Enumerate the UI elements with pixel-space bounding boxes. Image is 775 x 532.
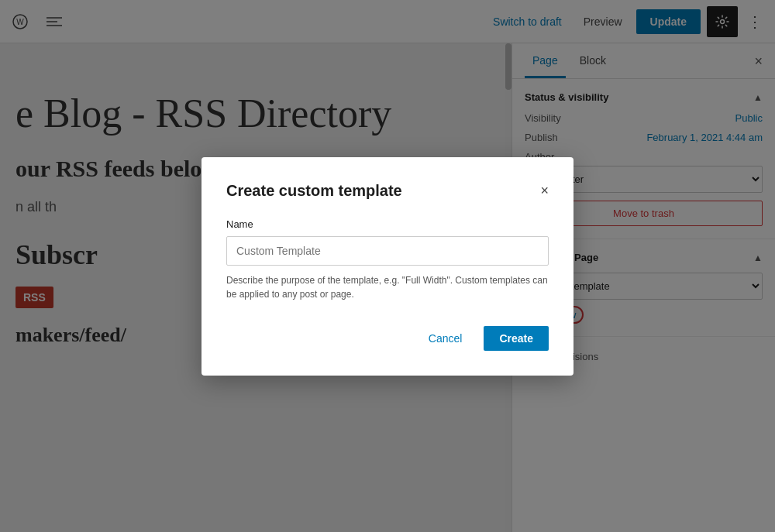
modal-close-button[interactable]: × <box>540 183 549 199</box>
create-button[interactable]: Create <box>484 326 549 351</box>
modal-actions: Cancel Create <box>226 326 549 351</box>
modal-field-label: Name <box>226 218 549 230</box>
cancel-button[interactable]: Cancel <box>416 326 475 351</box>
modal-hint: Describe the purpose of the template, e.… <box>226 273 549 301</box>
modal-header: Create custom template × <box>226 182 549 200</box>
template-name-input[interactable] <box>226 236 549 266</box>
modal-overlay: Create custom template × Name Describe t… <box>0 0 775 532</box>
modal-title: Create custom template <box>226 182 402 200</box>
create-template-modal: Create custom template × Name Describe t… <box>202 157 574 376</box>
